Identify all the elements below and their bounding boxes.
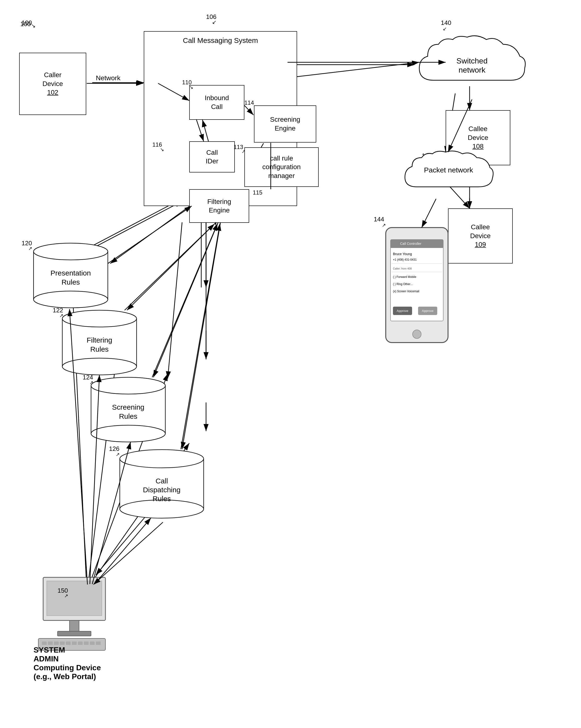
- svg-line-97: [181, 224, 220, 449]
- svg-line-94: [153, 223, 218, 377]
- call-dispatching-rules-cylinder: Call Dispatching Rules: [118, 448, 206, 522]
- svg-rect-74: [48, 642, 53, 645]
- callee-device-109-box: Callee Device 109: [448, 208, 513, 263]
- inbound-call-box: Inbound Call: [189, 85, 244, 120]
- svg-line-86: [297, 62, 419, 77]
- svg-rect-73: [42, 642, 47, 645]
- svg-text:Call Controller: Call Controller: [400, 242, 422, 245]
- svg-text:Switched: Switched: [456, 56, 487, 65]
- packet-network-cloud: Packet network: [403, 149, 494, 199]
- svg-text:Rules: Rules: [119, 412, 137, 420]
- svg-line-93: [125, 224, 214, 310]
- svg-rect-38: [392, 272, 442, 272]
- callee-device-108-label: Callee Device 108: [468, 125, 488, 151]
- svg-point-46: [412, 330, 421, 338]
- svg-rect-80: [84, 642, 89, 645]
- svg-line-96: [182, 223, 221, 449]
- ref-114: 114: [244, 99, 254, 106]
- svg-rect-70: [70, 620, 79, 632]
- computing-device-label2: (e.g., Web Portal): [33, 672, 96, 681]
- svg-point-54: [62, 358, 136, 375]
- svg-text:( ) Ring Other...: ( ) Ring Other...: [393, 282, 412, 286]
- svg-rect-81: [90, 642, 95, 645]
- svg-text:Rules: Rules: [61, 278, 80, 286]
- caller-device-label: Caller Device 102: [43, 71, 63, 97]
- svg-point-48: [33, 243, 108, 260]
- filtering-rules-cylinder: Filtering Rules: [60, 309, 139, 376]
- mobile-device: Call Controller Bruce Young +1 (408) 431…: [379, 225, 455, 345]
- svg-text:Packet network: Packet network: [424, 166, 473, 174]
- svg-text:+1 (408) 431-0431: +1 (408) 431-0431: [393, 258, 416, 261]
- presentation-rules-cylinder: Presentation Rules: [31, 242, 110, 309]
- svg-rect-78: [72, 642, 77, 645]
- svg-text:network: network: [459, 66, 486, 74]
- svg-text:Presentation: Presentation: [51, 269, 91, 277]
- svg-line-111: [167, 220, 182, 378]
- switched-network-cloud: Switched network: [414, 32, 530, 99]
- svg-text:Filtering: Filtering: [87, 336, 112, 344]
- svg-line-92: [127, 223, 216, 310]
- svg-line-102: [95, 518, 151, 584]
- svg-line-90: [110, 206, 190, 263]
- svg-text:Approve: Approve: [422, 309, 433, 313]
- ref-115: 115: [253, 189, 262, 196]
- svg-point-58: [91, 377, 165, 394]
- system-admin-label2: ADMIN: [33, 654, 59, 663]
- svg-rect-82: [96, 642, 101, 645]
- screening-engine-box: Screening Engine: [254, 105, 316, 142]
- svg-text:(x) Screen Voicemail: (x) Screen Voicemail: [393, 290, 419, 293]
- caller-device-box: Caller Device 102: [19, 53, 86, 115]
- ref-140: 140: [441, 19, 451, 27]
- call-ider-box: Call IDer: [189, 141, 235, 173]
- svg-line-89: [422, 199, 436, 228]
- system-admin-label: SYSTEM: [33, 646, 65, 654]
- svg-text:Rules: Rules: [90, 345, 109, 353]
- admin-device: SYSTEM ADMIN Computing Device (e.g., Web…: [24, 575, 132, 666]
- svg-line-95: [152, 224, 218, 377]
- svg-text:Call: Call: [155, 477, 168, 485]
- svg-text:Rules: Rules: [153, 495, 171, 502]
- svg-rect-77: [66, 642, 71, 645]
- network-label: Network: [96, 74, 121, 82]
- screening-rules-cylinder: Screening Rules: [89, 376, 168, 443]
- svg-line-91: [108, 206, 192, 263]
- svg-text:( ) Forward Mobile: ( ) Forward Mobile: [393, 275, 416, 279]
- svg-text:Screening: Screening: [112, 403, 144, 411]
- inbound-call-label: Inbound Call: [205, 94, 229, 111]
- filtering-engine-box: Filtering Engine: [189, 189, 249, 223]
- svg-point-63: [120, 450, 204, 468]
- svg-line-109: [168, 222, 182, 379]
- svg-rect-75: [54, 642, 59, 645]
- screening-engine-label: Screening Engine: [270, 115, 300, 133]
- svg-text:Bruce Young: Bruce Young: [393, 252, 412, 256]
- call-rule-config-box: call rule configuration manager: [244, 147, 319, 187]
- call-ider-label: Call IDer: [206, 148, 219, 166]
- cms-title: Call Messaging System: [183, 36, 258, 45]
- svg-text:Caller:  from 408: Caller: from 408: [393, 267, 412, 270]
- svg-point-49: [33, 291, 108, 308]
- svg-point-53: [62, 310, 136, 327]
- svg-rect-76: [60, 642, 65, 645]
- svg-point-64: [120, 500, 204, 518]
- svg-rect-79: [78, 642, 83, 645]
- svg-text:Dispatching: Dispatching: [143, 486, 181, 494]
- svg-point-59: [91, 425, 165, 442]
- ref-144: 144: [374, 215, 384, 223]
- svg-rect-69: [47, 581, 102, 616]
- call-rule-config-label: call rule configuration manager: [262, 154, 301, 180]
- diagram-container: 100 100 ↘ Caller Device 102 Network 106 …: [0, 0, 581, 728]
- filtering-engine-label: Filtering Engine: [207, 198, 231, 215]
- computing-device-label: Computing Device: [33, 663, 101, 672]
- svg-rect-71: [57, 631, 91, 636]
- callee-device-109-label: Callee Device 109: [470, 223, 491, 249]
- svg-text:Approve: Approve: [397, 309, 408, 313]
